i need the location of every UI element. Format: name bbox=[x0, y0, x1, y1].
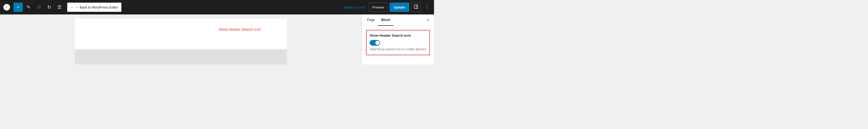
toggle-thumb bbox=[375, 41, 379, 45]
panel-close-button[interactable]: × bbox=[424, 16, 432, 24]
list-view-icon: ☰ bbox=[57, 4, 61, 10]
svg-text:W: W bbox=[5, 5, 8, 9]
add-icon: + bbox=[17, 5, 20, 10]
switch-draft-label: Switch to draft bbox=[343, 5, 365, 9]
add-block-button[interactable]: + bbox=[13, 3, 23, 12]
tab-page-label: Page bbox=[367, 18, 375, 22]
tab-block[interactable]: Block bbox=[378, 14, 393, 26]
wp-logo-icon: W bbox=[3, 4, 10, 11]
feature-label: Show Header Search Icon bbox=[219, 27, 261, 31]
svg-rect-3 bbox=[416, 5, 418, 8]
more-options-button[interactable]: ⋮ bbox=[423, 3, 432, 12]
settings-panel: Page Block × Show Header Search Icon bbox=[362, 14, 434, 65]
redo-icon: ↻ bbox=[47, 4, 51, 10]
undo-icon: ↺ bbox=[37, 4, 41, 10]
close-icon: × bbox=[427, 17, 430, 23]
toggle-track bbox=[370, 40, 380, 46]
back-arrow-icon: ← bbox=[70, 5, 74, 9]
preview-label: Preview bbox=[372, 5, 384, 9]
panel-tabs: Page Block × bbox=[362, 14, 434, 26]
edit-button[interactable]: ✎ bbox=[24, 3, 33, 12]
update-button[interactable]: Update bbox=[390, 3, 409, 12]
canvas-footer-area bbox=[75, 49, 287, 65]
tab-page[interactable]: Page bbox=[364, 14, 378, 26]
main-area: Show Header Search Icon Page Block × Sho… bbox=[0, 14, 434, 65]
toolbar-right-section: Switch to draft Preview Update ⋮ bbox=[341, 3, 432, 12]
show-header-search-section: Show Header Search Icon Hide/Show search… bbox=[366, 30, 430, 55]
panel-content: Show Header Search Icon Hide/Show search… bbox=[362, 26, 434, 65]
search-icon-toggle[interactable] bbox=[370, 40, 380, 46]
preview-button[interactable]: Preview bbox=[369, 3, 388, 12]
tab-block-label: Block bbox=[381, 18, 390, 22]
more-icon: ⋮ bbox=[425, 4, 430, 10]
settings-icon bbox=[413, 4, 418, 10]
toggle-row bbox=[370, 40, 426, 46]
svg-rect-2 bbox=[414, 5, 418, 8]
section-heading: Show Header Search Icon bbox=[370, 34, 426, 37]
editor-canvas: Show Header Search Icon bbox=[0, 14, 362, 65]
settings-button[interactable] bbox=[411, 3, 421, 12]
canvas-content-area bbox=[75, 19, 287, 49]
toggle-description: Hide/Show search icon in mobile devices bbox=[370, 47, 426, 52]
redo-button[interactable]: ↻ bbox=[44, 3, 54, 12]
back-btn-label: ← Back to WordPress Editor bbox=[75, 5, 118, 9]
list-view-button[interactable]: ☰ bbox=[55, 3, 64, 12]
main-toolbar: W + ✎ ↺ ↻ ☰ ← ← Back to WordPress Editor… bbox=[0, 0, 434, 14]
wp-logo[interactable]: W bbox=[2, 3, 11, 12]
edit-icon: ✎ bbox=[27, 4, 30, 10]
switch-to-draft-button[interactable]: Switch to draft bbox=[341, 4, 367, 11]
update-label: Update bbox=[394, 5, 405, 9]
undo-button[interactable]: ↺ bbox=[34, 3, 43, 12]
back-to-editor-button[interactable]: ← ← Back to WordPress Editor bbox=[67, 3, 121, 12]
